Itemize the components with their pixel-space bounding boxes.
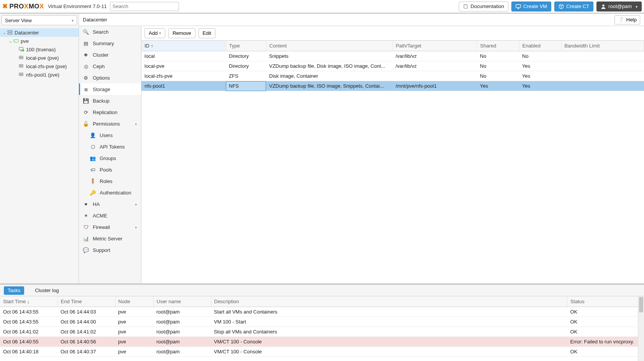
nav-item-ceph[interactable]: ◎Ceph [79,60,141,72]
nav-label: Authentication [100,190,131,196]
content-pane: Add ▾ Remove Edit ID ↑TypeContentPath/Ta… [141,26,644,283]
chevron-right-icon: ▸ [135,202,137,206]
collapse-icon[interactable]: ⌄ [2,31,7,35]
chart-icon: 📊 [83,235,89,242]
edit-button[interactable]: Edit [199,28,215,38]
center-pane: Datacenter ❔ Help 🔍Search▤Summary❖Cluste… [79,14,644,283]
col-header[interactable]: Status [567,296,644,307]
nav-label: Roles [100,178,112,184]
nav-item-api-tokens[interactable]: ⬡API Tokens [79,141,141,152]
table-row[interactable]: Oct 06 14:41:02Oct 06 14:41:02pveroot@pa… [0,327,644,337]
storage-icon [18,72,25,78]
search-input[interactable] [110,2,179,11]
view-selector[interactable]: Server View ▾ [2,15,77,25]
chevron-right-icon: ▸ [135,225,137,229]
user-icon [601,4,606,9]
tree-storage-local-zfs[interactable]: local-zfs-pve (pve) [0,62,79,70]
collapse-icon[interactable]: ⌄ [8,39,13,43]
nav-item-summary[interactable]: ▤Summary [79,38,141,49]
tree-label: nfs-pool1 (pve) [26,72,59,78]
svg-point-5 [15,41,15,41]
nav-label: Backup [93,98,109,104]
col-header[interactable]: End Time [58,296,115,307]
nav-label: Summary [93,41,114,46]
svg-rect-10 [19,65,23,66]
col-header[interactable]: User name [153,296,211,307]
table-row[interactable]: nfs-pool1NFSVZDump backup file, ISO imag… [141,81,644,91]
scrollbar-thumb[interactable] [639,297,643,312]
tree-label: Datacenter [15,30,39,36]
nav-item-roles[interactable]: 🧍Roles [79,175,141,187]
svg-rect-2 [8,31,12,32]
documentation-button[interactable]: Documentation [459,2,508,11]
col-header[interactable]: Start Time ↓ [0,296,58,307]
scrollbar[interactable] [638,296,644,361]
tree-storage-local-pve[interactable]: local-pve (pve) [0,54,79,62]
col-header[interactable]: Shared [477,41,519,51]
create-vm-button[interactable]: Create VM [511,2,551,11]
table-row[interactable]: Oct 06 14:40:55Oct 06 14:40:56pveroot@pa… [0,337,644,347]
nav-item-authentication[interactable]: 🔑Authentication [79,187,141,198]
table-row[interactable]: localDirectorySnippets/var/lib/vzNoNo [141,51,644,61]
remove-button[interactable]: Remove [168,28,195,38]
nav-item-pools[interactable]: 🏷Pools [79,164,141,175]
logo-text: PROXMOX [10,3,44,10]
nav-item-groups[interactable]: 👥Groups [79,152,141,164]
col-header[interactable]: Type [226,41,266,51]
col-header[interactable]: Path/Target [393,41,477,51]
view-selector-label: Server View [5,18,32,23]
nav-item-search[interactable]: 🔍Search [79,26,141,38]
nav-item-replication[interactable]: ⟳Replication [79,106,141,118]
col-header[interactable]: Description [211,296,567,307]
tree-datacenter[interactable]: ⌄ Datacenter [0,28,79,37]
user-menu-button[interactable]: root@pam [596,2,642,11]
col-header[interactable]: Bandwidth Limit [561,41,644,51]
table-row[interactable]: Oct 06 14:43:55Oct 06 14:44:03pveroot@pa… [0,307,644,317]
create-ct-label: Create CT [566,3,589,9]
nav-item-metric-server[interactable]: 📊Metric Server [79,233,141,244]
table-row[interactable]: Oct 06 14:40:18Oct 06 14:40:37pveroot@pa… [0,347,644,357]
nav-item-firewall[interactable]: 🛡Firewall▸ [79,221,141,233]
table-row[interactable]: Oct 06 14:43:55Oct 06 14:44:00pveroot@pa… [0,317,644,327]
role-icon: 🧍 [90,178,96,184]
tree-vm-100[interactable]: 100 (truenas) [0,45,79,54]
token-icon: ⬡ [90,144,96,150]
table-row[interactable]: local-zfs-pveZFSDisk image, ContainerNoY… [141,71,644,81]
nav-label: Firewall [93,224,110,230]
topbar: ✖ PROXMOX Virtual Environment 7.0-11 Doc… [0,0,644,14]
nav-item-options[interactable]: ⚙Options [79,72,141,83]
svg-rect-12 [19,73,23,74]
col-header[interactable]: Node [115,296,153,307]
nav-item-users[interactable]: 👤Users [79,129,141,141]
gear-icon: ⚙ [83,75,89,81]
col-header[interactable]: Enabled [519,41,561,51]
add-button[interactable]: Add ▾ [145,28,165,38]
group-icon: 👥 [90,155,96,161]
tree-storage-nfs-pool1[interactable]: nfs-pool1 (pve) [0,70,79,79]
col-header[interactable]: ID ↑ [141,41,226,51]
create-ct-button[interactable]: Create CT [554,2,593,11]
main: Server View ▾ ⌄ Datacenter ⌄ pve [0,14,644,283]
tree-label: 100 (truenas) [26,47,56,52]
chat-icon: 💬 [83,247,89,253]
nav-item-support[interactable]: 💬Support [79,244,141,256]
nav-item-ha[interactable]: ♥HA▸ [79,198,141,210]
add-label: Add [149,30,158,36]
col-header[interactable]: Content [266,41,393,51]
tab-cluster-log[interactable]: Cluster log [31,286,62,295]
nav-item-storage[interactable]: ≣Storage [79,83,141,95]
tree-node-pve[interactable]: ⌄ pve [0,37,79,45]
monitor-icon [516,4,521,9]
heart-icon: ♥ [83,201,89,207]
nav-item-acme[interactable]: ✴ACME [79,210,141,221]
book-icon: ▤ [83,40,89,46]
table-row[interactable]: local-pveDirectoryVZDump backup file, Di… [141,61,644,71]
nav-item-backup[interactable]: 💾Backup [79,95,141,106]
nav-item-permissions[interactable]: 🔓Permissions▸ [79,118,141,129]
chevron-down-icon: ▾ [72,18,74,23]
nav-item-cluster[interactable]: ❖Cluster [79,49,141,60]
save-icon: 💾 [83,98,89,104]
help-button[interactable]: ❔ Help [614,15,640,25]
tab-tasks[interactable]: Tasks [4,286,24,295]
nav-label: Options [93,75,110,81]
